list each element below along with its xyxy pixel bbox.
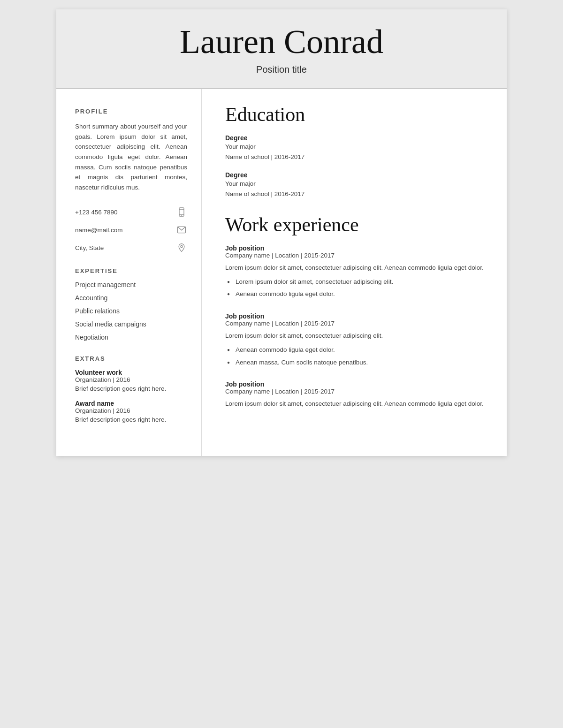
list-item: Negotiation [75,334,187,341]
header-title: Position title [75,64,488,75]
edu-major-1: Your major [225,179,488,189]
extras-desc-1: Brief description goes right here. [75,416,187,423]
profile-text: Short summary about yourself and your go… [75,121,187,192]
extras-title-1: Award name [75,400,187,407]
list-item: Lorem ipsum dolor sit amet, consectetuer… [225,277,488,287]
education-title: Education [225,103,488,126]
extras-item-0: Volunteer work Organization | 2016 Brief… [75,369,187,392]
extras-subtitle-1: Organization | 2016 [75,407,187,414]
edu-entry-0: Degree Your major Name of school | 2016-… [225,134,488,162]
work-company-2: Company name | Location | 2015-2017 [225,388,488,395]
extras-desc-0: Brief description goes right here. [75,385,187,392]
phone-icon [176,206,187,218]
work-desc-2: Lorem ipsum dolor sit amet, consectetuer… [225,399,488,409]
work-entry-0: Job position Company name | Location | 2… [225,244,488,299]
list-item: Public relations [75,307,187,315]
work-desc-1: Lorem ipsum dolor sit amet, consectetuer… [225,331,488,341]
edu-entry-1: Degree Your major Name of school | 2016-… [225,171,488,199]
work-position-1: Job position [225,312,488,320]
work-company-1: Company name | Location | 2015-2017 [225,320,488,327]
work-company-0: Company name | Location | 2015-2017 [225,252,488,259]
phone-text: +123 456 7890 [75,209,176,216]
edu-school-0: Name of school | 2016-2017 [225,152,488,162]
expertise-section-title: EXPERTISE [75,267,187,274]
content-area: PROFILE Short summary about yourself and… [56,89,507,456]
header: Lauren Conrad Position title [56,9,507,88]
work-title: Work experience [225,213,488,236]
work-section: Work experience Job position Company nam… [225,213,488,409]
work-position-0: Job position [225,244,488,252]
expertise-list: Project management Accounting Public rel… [75,281,187,341]
work-desc-0: Lorem ipsum dolor sit amet, consectetuer… [225,263,488,273]
list-item: Aenean commodo ligula eget dolor. [225,289,488,299]
location-icon [176,242,187,253]
work-position-2: Job position [225,380,488,388]
contact-section: +123 456 7890 name@mail.com [75,206,187,253]
work-entry-1: Job position Company name | Location | 2… [225,312,488,367]
work-bullets-1: Aenean commodo ligula eget dolor. Aenean… [225,345,488,367]
edu-degree-1: Degree [225,171,488,179]
work-bullets-0: Lorem ipsum dolor sit amet, consectetuer… [225,277,488,299]
extras-subtitle-0: Organization | 2016 [75,376,187,383]
email-icon [176,224,187,235]
extras-section: EXTRAS Volunteer work Organization | 201… [75,355,187,423]
profile-section: PROFILE Short summary about yourself and… [75,108,187,192]
location-text: City, State [75,244,176,251]
main-content: Education Degree Your major Name of scho… [202,89,507,456]
svg-point-3 [181,215,182,216]
header-name: Lauren Conrad [75,23,488,61]
extras-section-title: EXTRAS [75,355,187,362]
list-item: Social media campaigns [75,320,187,328]
profile-section-title: PROFILE [75,108,187,115]
expertise-section: EXPERTISE Project management Accounting … [75,267,187,341]
list-item: Project management [75,281,187,288]
svg-point-5 [181,246,183,248]
extras-item-1: Award name Organization | 2016 Brief des… [75,400,187,423]
edu-degree-0: Degree [225,134,488,142]
edu-major-0: Your major [225,142,488,152]
list-item: Aenean massa. Cum sociis natoque penatib… [225,358,488,367]
resume-page: Lauren Conrad Position title PROFILE Sho… [56,9,507,456]
list-item: Accounting [75,294,187,302]
contact-email: name@mail.com [75,224,187,235]
sidebar: PROFILE Short summary about yourself and… [56,89,202,456]
edu-school-1: Name of school | 2016-2017 [225,189,488,199]
work-entry-2: Job position Company name | Location | 2… [225,380,488,409]
education-section: Education Degree Your major Name of scho… [225,103,488,199]
email-text: name@mail.com [75,227,176,234]
extras-title-0: Volunteer work [75,369,187,376]
list-item: Aenean commodo ligula eget dolor. [225,345,488,355]
contact-location: City, State [75,242,187,253]
contact-phone: +123 456 7890 [75,206,187,218]
